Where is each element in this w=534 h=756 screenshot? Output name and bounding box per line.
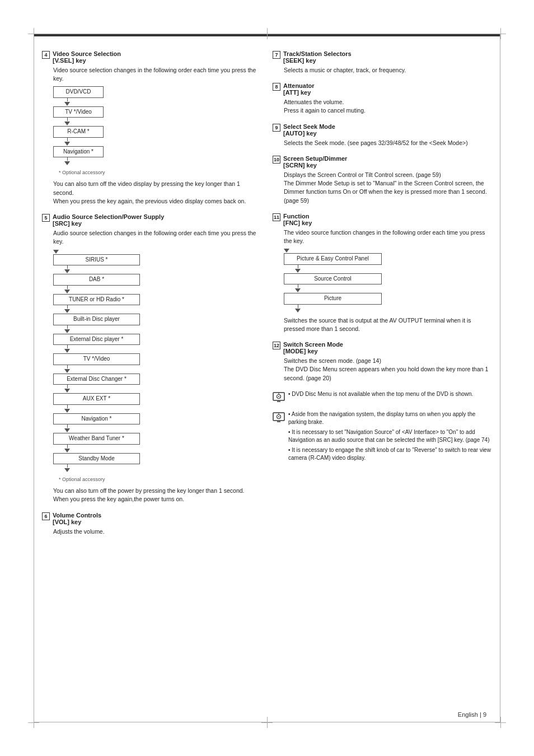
section-12-body: Switches the screen mode. (page 14)The D… <box>284 357 492 382</box>
svg-point-7 <box>278 416 279 417</box>
note-1-text: DVD Disc Menu is not available when the … <box>288 390 473 400</box>
section-4-title: Video Source Selection <box>53 50 121 57</box>
section-10-body: Displays the Screen Control or Tilt Cont… <box>284 171 492 205</box>
flow-arrow-2 <box>64 118 70 126</box>
section-8-num: 8 <box>273 83 280 91</box>
section-10-header: 10 Screen Setup/Dimmer [SCRN] key <box>273 155 492 169</box>
section-7: 7 Track/Station Selectors [SEEK] key Sel… <box>273 50 492 74</box>
section-8-subtitle: [ATT] key <box>283 89 315 96</box>
flow-arrow-src-1 <box>64 265 70 274</box>
section-12-text: Switches the screen mode. (page 14)The D… <box>284 357 492 382</box>
section-12: 12 Switch Screen Mode [MODE] key Switche… <box>273 341 492 382</box>
section-8-header: 8 Attenuator [ATT] key <box>273 82 492 96</box>
flow-arrow-src-10 <box>64 445 70 453</box>
section-7-num: 7 <box>273 51 280 59</box>
note-2-bullet-1: Aside from the navigation system, the di… <box>288 410 492 427</box>
section-6-title: Volume Controls <box>53 512 101 519</box>
section-10-subtitle: [SCRN] key <box>283 162 347 169</box>
section-12-header: 12 Switch Screen Mode [MODE] key <box>273 341 492 354</box>
note-2-bullet-3: It is necessary to engage the shift knob… <box>288 446 492 463</box>
section-7-header: 7 Track/Station Selectors [SEEK] key <box>273 50 492 64</box>
flow-arrow-src-2 <box>64 286 70 294</box>
flow-arrow-src-6 <box>64 365 70 374</box>
section-4-num: 4 <box>42 51 50 59</box>
section-11-header: 11 Function [FNC] key <box>273 213 492 226</box>
section-11-num: 11 <box>273 213 280 221</box>
section-4-intro: Video source selection changes in the fo… <box>53 66 261 83</box>
crosshair-bottom-right <box>495 717 506 728</box>
section-4-flow: DVD/VCD TV */Video R-CAM * <box>53 86 261 166</box>
flow-box-picture: Picture <box>284 293 382 305</box>
border-left <box>34 34 34 722</box>
section-11-flow: Picture & Easy Control Panel Source Cont… <box>284 249 492 313</box>
flow-box-aux-ext: AUX EXT * <box>53 393 140 405</box>
note-2: Aside from the navigation system, the di… <box>273 410 492 464</box>
section-5-intro: Audio source selection changes in the fo… <box>53 229 261 246</box>
left-column: 4 Video Source Selection [V.SEL] key Vid… <box>42 50 261 544</box>
note-1-icon <box>273 391 285 406</box>
flow-box-builtin: Built-in Disc player <box>53 314 140 325</box>
flow-box-dvd: DVD/VCD <box>53 86 104 98</box>
dvd-icon <box>273 391 285 403</box>
section-5-subtitle: [SRC] key <box>53 220 164 227</box>
flow-box-tv-video-src: TV */Video <box>53 353 140 365</box>
border-right <box>500 34 500 722</box>
section-4-subtitle: [V.SEL] key <box>53 57 121 64</box>
section-4-body: Video source selection changes in the fo… <box>53 66 261 206</box>
page-footer: English | 9 <box>458 711 486 718</box>
section-12-subtitle: [MODE] key <box>283 348 343 354</box>
section-6-subtitle: [VOL] key <box>53 519 101 525</box>
flow-box-ext-changer: External Disc Changer * <box>53 374 140 385</box>
flow-box-navigation-src: Navigation * <box>53 413 140 425</box>
crosshair-top-right <box>495 28 506 39</box>
section-11-subtitle: [FNC] key <box>283 220 312 226</box>
section-8-title: Attenuator <box>283 82 315 89</box>
section-11-intro: The video source function changes in the… <box>284 228 492 245</box>
section-11: 11 Function [FNC] key The video source f… <box>273 213 492 333</box>
crosshair-bottom-center <box>261 717 273 728</box>
flow-box-picture-easy: Picture & Easy Control Panel <box>284 253 382 265</box>
flow-box-navigation: Navigation * <box>53 146 104 158</box>
crosshair-top-left <box>28 28 39 39</box>
section-11-outro: Switches the source that is output at th… <box>284 316 492 333</box>
section-10: 10 Screen Setup/Dimmer [SCRN] key Displa… <box>273 155 492 205</box>
flow-arrow-4 <box>64 157 70 166</box>
flow-box-dab: DAB * <box>53 274 140 286</box>
section-12-title: Switch Screen Mode <box>283 341 343 348</box>
section-6-body: Adjusts the volume. <box>53 528 261 536</box>
section-9-body: Selects the Seek mode. (see pages 32/39/… <box>284 139 492 147</box>
note-2-bullet-2: It is necessary to set "Navigation Sourc… <box>288 428 492 445</box>
note-1-bullet: DVD Disc Menu is not available when the … <box>288 390 473 399</box>
flow-box-weather: Weather Band Tuner * <box>53 433 140 445</box>
main-content: 4 Video Source Selection [V.SEL] key Vid… <box>42 50 492 544</box>
crosshair-top-center <box>261 28 273 39</box>
nav-icon <box>273 411 285 423</box>
flow-arrow-src-8 <box>64 405 70 413</box>
flow-arrow-3 <box>64 138 70 146</box>
section-8: 8 Attenuator [ATT] key Attenuates the vo… <box>273 82 492 115</box>
section-7-body: Selects a music or chapter, track, or fr… <box>284 66 492 74</box>
section-12-num: 12 <box>273 342 280 349</box>
section-10-num: 10 <box>273 156 280 164</box>
flow-arrow-src-7 <box>64 385 70 393</box>
flow-box-standby: Standby Mode <box>53 453 140 465</box>
flow-box-source-control: Source Control <box>284 273 382 285</box>
section-5-body: Audio source selection changes in the fo… <box>53 229 261 503</box>
section-6-num: 6 <box>42 512 50 520</box>
flow-box-sirius: SIRIUS * <box>53 254 140 266</box>
svg-point-2 <box>278 396 279 397</box>
section-5-num: 5 <box>42 214 50 222</box>
flow-arrow-fnc-2 <box>295 284 301 293</box>
section-9: 9 Select Seek Mode [AUTO] key Selects th… <box>273 123 492 147</box>
note-2-icon <box>273 411 285 425</box>
section-6: 6 Volume Controls [VOL] key Adjusts the … <box>42 512 261 536</box>
section-6-header: 6 Volume Controls [VOL] key <box>42 512 261 525</box>
section-10-text: Displays the Screen Control or Tilt Cont… <box>284 171 492 205</box>
flow-box-tuner: TUNER or HD Radio * <box>53 294 140 306</box>
section-5: 5 Audio Source Selection/Power Supply [S… <box>42 213 261 503</box>
section-5-outro: You can also turn off the power by press… <box>53 487 261 503</box>
section-9-title: Select Seek Mode <box>283 123 335 130</box>
section-10-title: Screen Setup/Dimmer <box>283 155 347 162</box>
section-5-title: Audio Source Selection/Power Supply <box>53 213 164 220</box>
section-9-header: 9 Select Seek Mode [AUTO] key <box>273 123 492 137</box>
